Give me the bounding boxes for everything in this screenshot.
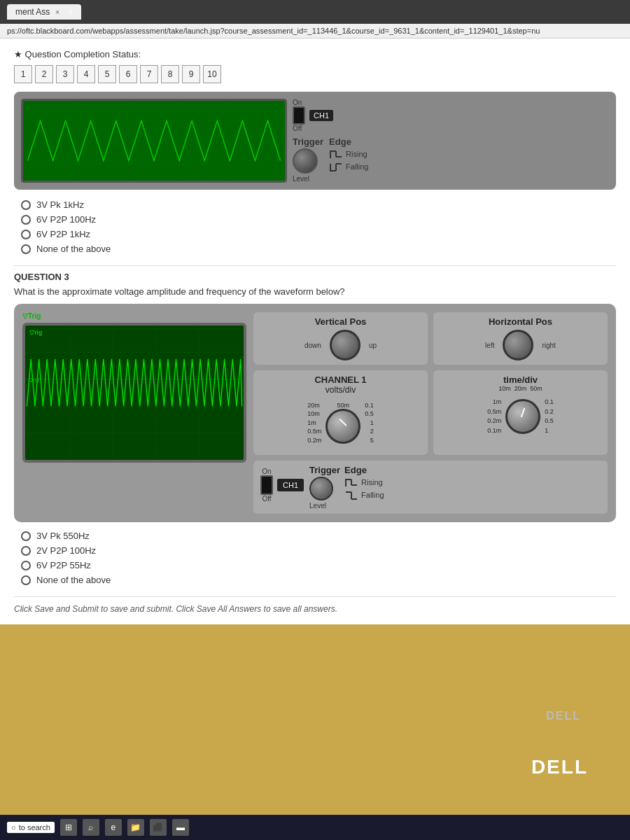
time-div-knob[interactable]	[505, 399, 540, 434]
trigger-section-q3: On Off CH1 Trigger Level Edge	[253, 461, 608, 514]
nav-btn-1[interactable]: 1	[14, 65, 32, 83]
monitor-bottom-area: DELL DELL	[0, 624, 630, 834]
trig-marker: ▽Trig	[22, 312, 41, 320]
q3-label-2: 2V P2P 100Hz	[36, 545, 96, 556]
q2-option-2[interactable]: 6V P2P 100Hz	[21, 214, 616, 225]
vertical-pos-knob[interactable]	[330, 330, 360, 360]
q3-label-3: 6V P2P 55Hz	[36, 560, 91, 570]
falling-option-q3[interactable]: Falling	[344, 489, 384, 500]
waveform-top	[23, 101, 285, 181]
taskbar-search-button[interactable]: ⌕	[83, 819, 99, 836]
svg-text:▽rig: ▽rig	[29, 329, 42, 336]
tab-close-button[interactable]: ×	[55, 8, 59, 16]
search-label: to search	[19, 823, 50, 832]
dell-logo-secondary: DELL	[546, 710, 581, 722]
tab-title: ment Ass	[15, 7, 50, 17]
q3-label-4: None of the above	[36, 575, 111, 585]
q2-label-1: 3V Pk 1kHz	[36, 200, 84, 210]
q2-radio-3[interactable]	[21, 230, 31, 239]
q3-option-4[interactable]: None of the above	[21, 575, 616, 585]
waveform-q3: ▽rig Gnd	[25, 326, 244, 460]
dell-logo-main: DELL	[531, 756, 588, 778]
edge-label-top: Edge	[329, 136, 368, 147]
off-label-top: Off	[293, 125, 305, 132]
trigger-level-knob-q3[interactable]	[309, 477, 333, 500]
rising-option-top[interactable]: Rising	[329, 148, 368, 160]
trigger-edge-q3: Trigger Level Edge Rising Falling	[309, 465, 384, 510]
address-bar[interactable]: ps://oftc.blackboard.com/webapps/assessm…	[0, 24, 630, 38]
nav-btn-4[interactable]: 4	[77, 65, 95, 83]
rising-label-q3: Rising	[361, 478, 383, 486]
level-knob-top[interactable]	[293, 148, 318, 174]
taskbar-search[interactable]: ○ to search	[7, 822, 55, 833]
nav-btn-2[interactable]: 2	[35, 65, 53, 83]
down-label: down	[304, 342, 321, 349]
scope-screen-q3: ▽rig Gnd	[22, 323, 246, 463]
ch1-label-top: CH1	[309, 110, 333, 121]
q2-radio-2[interactable]	[21, 215, 31, 225]
question-completion-status: ★ Question Completion Status:	[14, 49, 616, 59]
taskbar-start-button[interactable]: ⊞	[60, 819, 77, 836]
save-note: Click Save and Submit to save and submit…	[14, 604, 616, 614]
oscilloscope-top: On Off CH1 Trigger Level Edge Rising	[14, 92, 616, 190]
rising-option-q3[interactable]: Rising	[344, 477, 384, 488]
q2-option-3[interactable]: 6V P2P 1kHz	[21, 229, 616, 239]
horiz-pos-knob-row: left right	[485, 330, 556, 360]
q3-option-1[interactable]: 3V Pk 550Hz	[21, 531, 616, 541]
q2-label-3: 6V P2P 1kHz	[36, 229, 90, 239]
ch1-switch-q3[interactable]	[260, 475, 273, 495]
q2-option-1[interactable]: 3V Pk 1kHz	[21, 200, 616, 210]
nav-btn-5[interactable]: 5	[98, 65, 116, 83]
volts-scale-right: 0.1 0.5 1 2 5	[365, 401, 374, 445]
browser-chrome: ment Ass × + ps://oftc.blackboard.com/we…	[0, 0, 630, 38]
vertical-pos-title: Vertical Pos	[315, 316, 367, 327]
taskbar-files-button[interactable]: 📁	[127, 819, 144, 836]
volts-knob-container: 20m 10m 1m 0.5m 0.2m 50m	[260, 395, 421, 451]
q3-radio-1[interactable]	[21, 531, 31, 541]
q3-radio-3[interactable]	[21, 561, 31, 570]
search-icon: ○	[11, 823, 16, 832]
question3-header: QUESTION 3	[14, 272, 616, 282]
new-tab-button[interactable]: +	[68, 7, 73, 17]
nav-btn-10[interactable]: 10	[203, 65, 221, 83]
q2-radio-1[interactable]	[21, 200, 31, 210]
q3-option-2[interactable]: 2V P2P 100Hz	[21, 545, 616, 556]
channel1-title: CHANNEL 1	[260, 374, 421, 385]
volts-div-knob[interactable]	[326, 409, 360, 444]
ch1-section-q3: On Off CH1	[260, 468, 304, 503]
q2-option-4[interactable]: None of the above	[21, 244, 616, 254]
q3-radio-4[interactable]	[21, 575, 31, 585]
time-scale-right: 0.1 0.2 0.5 1	[545, 398, 554, 435]
nav-btn-7[interactable]: 7	[140, 65, 158, 83]
oscilloscope-q3: ▽Trig ▽rig	[14, 304, 616, 522]
taskbar-app1-button[interactable]: ⬛	[150, 819, 167, 836]
question3-text: What is the approximate voltage amplitud…	[14, 286, 616, 297]
nav-btn-8[interactable]: 8	[161, 65, 179, 83]
taskbar: ○ to search ⊞ ⌕ e 📁 ⬛ ▬	[0, 815, 630, 840]
q2-radio-4[interactable]	[21, 244, 31, 254]
time-div-title: time/div	[440, 374, 601, 385]
nav-btn-6[interactable]: 6	[119, 65, 137, 83]
falling-option-top[interactable]: Falling	[329, 161, 368, 172]
vert-horiz-row: Vertical Pos down up Horizontal Pos left…	[253, 312, 608, 365]
time-div-section: time/div 10m 20m 50m 1m 0.5m 0.2m 0.1m	[433, 370, 608, 455]
right-label: right	[542, 342, 555, 349]
left-label: left	[485, 342, 494, 349]
nav-btn-9[interactable]: 9	[182, 65, 200, 83]
edge-section-top: Edge Rising Falling	[329, 136, 368, 172]
question-nav-bar: 1 2 3 4 5 6 7 8 9 10	[14, 65, 616, 83]
horizontal-pos-knob[interactable]	[503, 330, 533, 360]
browser-tab[interactable]: ment Ass × +	[7, 4, 81, 20]
taskbar-icons: ⊞ ⌕ e 📁 ⬛ ▬	[60, 819, 189, 836]
q3-radio-2[interactable]	[21, 546, 31, 556]
trigger-section-top: Trigger Level Edge Rising Falling	[293, 136, 609, 183]
vert-pos-knob-row: down up	[304, 330, 377, 360]
taskbar-browser-button[interactable]: e	[105, 819, 122, 836]
q3-option-3[interactable]: 6V P2P 55Hz	[21, 560, 616, 570]
nav-btn-3[interactable]: 3	[56, 65, 74, 83]
question3-options: 3V Pk 550Hz 2V P2P 100Hz 6V P2P 55Hz Non…	[21, 531, 616, 585]
svg-text:Gnd: Gnd	[28, 377, 40, 384]
horizontal-pos-title: Horizontal Pos	[489, 316, 552, 327]
scope-controls-top-right: On Off CH1 Trigger Level Edge Rising	[293, 99, 609, 183]
taskbar-app2-button[interactable]: ▬	[172, 819, 189, 836]
